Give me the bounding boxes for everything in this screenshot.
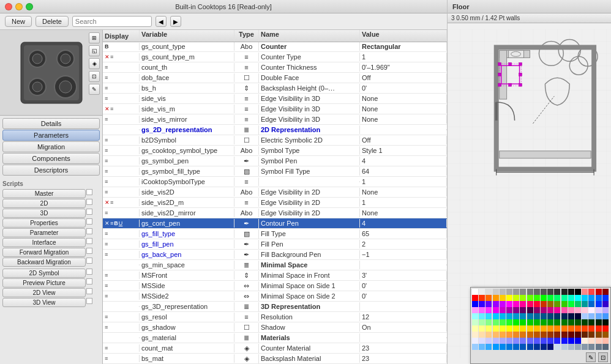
color-cell[interactable] [602, 289, 609, 295]
panel-icon-4[interactable]: ⊡ [89, 71, 100, 82]
script-interface[interactable]: Interface [2, 238, 86, 247]
color-cell[interactable] [602, 295, 609, 301]
color-cell[interactable] [534, 338, 540, 344]
color-cell[interactable] [568, 332, 574, 338]
color-cell[interactable] [541, 344, 547, 350]
color-cell[interactable] [596, 338, 602, 344]
table-row[interactable]: ≡side_vis_mirror≡Edge Visibility in 3DNo… [103, 114, 447, 125]
color-cell[interactable] [479, 319, 485, 325]
script-forward-migration[interactable]: Forward Migration [2, 248, 86, 257]
color-cell[interactable] [554, 313, 560, 319]
color-cell[interactable] [602, 344, 609, 350]
cp-screen-icon[interactable]: ⊡ [598, 352, 608, 362]
color-cell[interactable] [513, 301, 519, 307]
color-cell[interactable] [534, 307, 540, 313]
script-2d[interactable]: 2D [2, 199, 86, 208]
color-cell[interactable] [493, 344, 499, 350]
color-cell[interactable] [520, 295, 526, 301]
color-cell[interactable] [602, 319, 609, 325]
color-cell[interactable] [534, 295, 540, 301]
color-cell[interactable] [547, 319, 553, 325]
color-cell[interactable] [534, 344, 540, 350]
color-cell[interactable] [588, 295, 594, 301]
color-cell[interactable] [575, 319, 581, 325]
color-cell[interactable] [554, 301, 560, 307]
color-cell[interactable] [493, 301, 499, 307]
color-cell[interactable] [513, 313, 519, 319]
floor-content[interactable]: ✎ ⊡ [448, 23, 611, 364]
color-cell[interactable] [554, 289, 560, 295]
color-cell[interactable] [568, 338, 574, 344]
color-cell[interactable] [520, 289, 526, 295]
color-cell[interactable] [506, 338, 512, 344]
color-cell[interactable] [575, 289, 581, 295]
color-cell[interactable] [541, 313, 547, 319]
color-cell[interactable] [582, 344, 588, 350]
color-cell[interactable] [575, 313, 581, 319]
color-cell[interactable] [582, 338, 588, 344]
table-row[interactable]: ≡bs_mat◈Backsplash Material23 [103, 354, 447, 364]
panel-icon-3[interactable]: ◈ [89, 58, 100, 69]
tab-details[interactable]: Details [2, 118, 100, 129]
color-cell[interactable] [485, 338, 492, 344]
color-cell[interactable] [500, 319, 506, 325]
color-cell[interactable] [472, 307, 478, 313]
color-cell[interactable] [506, 289, 512, 295]
table-row[interactable]: ≡side_vis2DAboEdge Visibility in 2DNone [103, 187, 447, 198]
color-cell[interactable] [547, 289, 553, 295]
nav-prev-button[interactable]: ◀ [156, 16, 167, 27]
color-cell[interactable] [527, 338, 533, 344]
color-cell[interactable] [547, 338, 553, 344]
color-cell[interactable] [588, 344, 594, 350]
color-cell[interactable] [596, 319, 602, 325]
color-cell[interactable] [472, 289, 478, 295]
color-cell[interactable] [500, 307, 506, 313]
color-cell[interactable] [506, 307, 512, 313]
color-cell[interactable] [588, 313, 594, 319]
color-cell[interactable] [534, 325, 540, 332]
color-cell[interactable] [485, 325, 492, 332]
table-row[interactable]: ≡dob_face☐Double FaceOff [103, 73, 447, 83]
color-cell[interactable] [493, 319, 499, 325]
table-row[interactable]: ✕≡BUgs_cont_pen✒Contour Pen4 [103, 218, 447, 229]
color-cell[interactable] [602, 325, 609, 332]
table-row[interactable]: gs_2D_representation≣2D Representation [103, 125, 447, 135]
color-cell[interactable] [493, 332, 499, 338]
color-cell[interactable] [520, 344, 526, 350]
table-row[interactable]: ≡gs_cooktop_symbol_typeAboSymbol TypeSty… [103, 146, 447, 156]
script-parameter[interactable]: Parameter [2, 228, 86, 237]
color-cell[interactable] [554, 307, 560, 313]
color-cell[interactable] [575, 301, 581, 307]
table-row[interactable]: ✕≡gs_count_type_m≡Counter Type1 [103, 52, 447, 62]
color-cell[interactable] [568, 344, 574, 350]
color-cell[interactable] [554, 338, 560, 344]
color-cell[interactable] [485, 313, 492, 319]
color-cell[interactable] [493, 313, 499, 319]
table-row[interactable]: ≡gs_fill_type▧Fill Type65 [103, 229, 447, 239]
btn-3d-view[interactable]: 3D View [2, 298, 86, 307]
color-cell[interactable] [500, 325, 506, 332]
color-cell[interactable] [500, 313, 506, 319]
color-cell[interactable] [602, 332, 609, 338]
color-cell[interactable] [547, 295, 553, 301]
table-row[interactable]: ≡gs_symbol_pen✒Symbol Pen4 [103, 156, 447, 166]
tab-migration[interactable]: Migration [2, 141, 100, 152]
color-cell[interactable] [513, 325, 519, 332]
close-button[interactable] [5, 3, 12, 10]
color-cell[interactable] [534, 301, 540, 307]
color-cell[interactable] [534, 313, 540, 319]
script-backward-migration[interactable]: Backward Migration [2, 258, 86, 267]
color-cell[interactable] [568, 319, 574, 325]
color-cell[interactable] [547, 313, 553, 319]
color-cell[interactable] [588, 319, 594, 325]
color-cell[interactable] [527, 313, 533, 319]
color-cell[interactable] [513, 344, 519, 350]
script-properties[interactable]: Properties [2, 218, 86, 228]
color-cell[interactable] [568, 307, 574, 313]
color-cell[interactable] [554, 344, 560, 350]
color-cell[interactable] [596, 307, 602, 313]
color-cell[interactable] [596, 301, 602, 307]
color-cell[interactable] [575, 344, 581, 350]
color-cell[interactable] [568, 295, 574, 301]
color-cell[interactable] [479, 313, 485, 319]
